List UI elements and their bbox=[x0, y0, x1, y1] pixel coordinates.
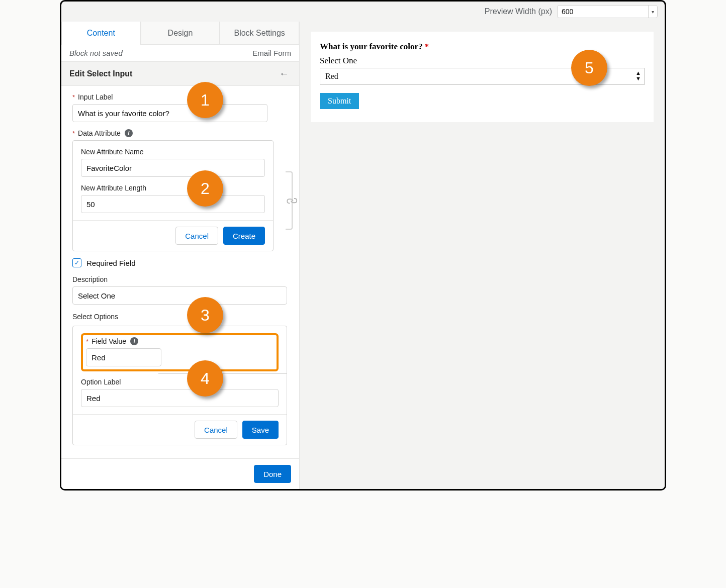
done-button[interactable]: Done bbox=[254, 465, 291, 483]
field-value-highlight: * Field Value i bbox=[81, 333, 279, 371]
preview-submit-button[interactable]: Submit bbox=[320, 93, 359, 109]
new-attribute-name-field[interactable] bbox=[81, 159, 265, 177]
new-attribute-length-row: New Attribute Length bbox=[81, 184, 265, 213]
description-row: Description bbox=[72, 275, 287, 305]
panel-body: * Input Label * Data Attribute i bbox=[61, 86, 299, 458]
new-attribute-length-label: New Attribute Length bbox=[81, 184, 265, 192]
preview-width-input[interactable]: 600 ▾ bbox=[557, 5, 658, 18]
cancel-button-2[interactable]: Cancel bbox=[195, 421, 237, 439]
required-field-checkbox[interactable]: ✓ bbox=[72, 258, 81, 267]
description-field[interactable] bbox=[72, 286, 287, 305]
new-attribute-name-label: New Attribute Name bbox=[81, 148, 265, 156]
top-bar: Preview Width (px) 600 ▾ bbox=[61, 2, 665, 22]
info-icon[interactable]: i bbox=[125, 129, 133, 137]
option-label-field[interactable] bbox=[81, 389, 279, 407]
required-field-row[interactable]: ✓ Required Field bbox=[72, 258, 287, 267]
description-label: Description bbox=[72, 275, 287, 283]
data-attribute-row: * Data Attribute i New Attribute Name Ne… bbox=[72, 129, 274, 251]
required-star-icon: * bbox=[72, 130, 75, 137]
field-value-label: * Field Value i bbox=[86, 337, 274, 345]
select-options-label: Select Options bbox=[72, 313, 287, 321]
block-type-label: Email Form bbox=[252, 49, 291, 57]
create-button[interactable]: Create bbox=[223, 227, 265, 245]
info-icon[interactable]: i bbox=[130, 337, 138, 345]
data-attribute-box: New Attribute Name New Attribute Length … bbox=[72, 140, 274, 251]
field-value-field[interactable] bbox=[86, 348, 161, 366]
callout-4: 4 bbox=[187, 360, 223, 397]
input-label-field[interactable] bbox=[72, 104, 267, 122]
select-options-footer: Cancel Save bbox=[73, 414, 287, 445]
preview-width-label: Preview Width (px) bbox=[485, 7, 552, 16]
block-not-saved-label: Block not saved bbox=[69, 49, 123, 57]
preview-width-value: 600 bbox=[562, 8, 648, 16]
tab-design[interactable]: Design bbox=[141, 22, 220, 45]
required-star-icon: * bbox=[425, 42, 429, 51]
new-attribute-name-row: New Attribute Name bbox=[81, 148, 265, 177]
callout-1: 1 bbox=[187, 82, 223, 118]
option-label-label: Option Label bbox=[81, 378, 279, 386]
preview-panel: What is your favorite color?* Select One… bbox=[300, 22, 665, 489]
callout-3: 3 bbox=[187, 297, 223, 333]
callout-5: 5 bbox=[571, 50, 607, 86]
required-star-icon: * bbox=[72, 93, 75, 101]
panel-header: Edit Select Input ← bbox=[61, 61, 299, 86]
app-frame: Preview Width (px) 600 ▾ Content Design … bbox=[60, 0, 666, 491]
callout-2: 2 bbox=[187, 170, 223, 207]
tabs: Content Design Block Settings bbox=[61, 22, 299, 45]
required-star-icon: * bbox=[86, 338, 88, 345]
left-panel: Content Design Block Settings Block not … bbox=[61, 22, 300, 489]
input-label-label: * Input Label bbox=[72, 93, 274, 101]
preview-selected-value: Red bbox=[325, 72, 338, 81]
save-button[interactable]: Save bbox=[242, 421, 279, 439]
back-arrow-icon[interactable]: ← bbox=[277, 68, 291, 79]
new-attribute-length-field[interactable] bbox=[81, 195, 265, 213]
preview-question: What is your favorite color?* bbox=[320, 42, 645, 52]
input-label-row: * Input Label bbox=[72, 93, 274, 122]
caret-down-icon[interactable]: ▾ bbox=[648, 6, 657, 18]
cancel-button[interactable]: Cancel bbox=[175, 227, 218, 245]
select-options-box: * Field Value i Option Label bbox=[72, 326, 287, 445]
data-attribute-footer: Cancel Create bbox=[73, 220, 273, 251]
select-arrows-icon: ▲▼ bbox=[636, 70, 640, 81]
tab-content[interactable]: Content bbox=[61, 22, 141, 45]
data-attribute-label: * Data Attribute i bbox=[72, 129, 274, 137]
required-field-label: Required Field bbox=[86, 259, 136, 267]
option-label-row: Option Label bbox=[81, 378, 279, 407]
tab-block-settings[interactable]: Block Settings bbox=[220, 22, 299, 45]
status-row: Block not saved Email Form bbox=[61, 45, 299, 61]
panel-footer: Done bbox=[61, 458, 299, 489]
content-area: Content Design Block Settings Block not … bbox=[61, 22, 665, 489]
panel-title: Edit Select Input bbox=[69, 69, 132, 78]
